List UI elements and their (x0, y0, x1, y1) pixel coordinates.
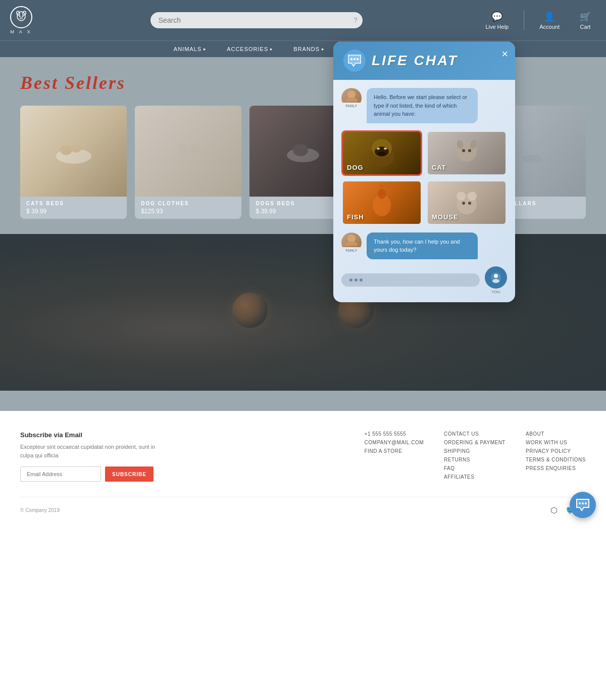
svg-point-0 (17, 12, 25, 21)
svg-point-46 (579, 502, 581, 504)
chat-title: Life Chat (372, 53, 458, 69)
cart-label: Cart (580, 24, 591, 30)
emily-avatar: EMILY (341, 88, 362, 108)
header-divider (524, 10, 524, 30)
nav-accesories[interactable]: Accesories ▸ (217, 41, 283, 57)
nav-animals-label: Animals (174, 46, 201, 52)
product-card[interactable]: Dog Clothes $125.93 (135, 106, 241, 219)
product-info: Dog Clothes $125.93 (135, 197, 241, 219)
header: M A X ? 💬 Live Help 👤 Account 🛒 Cart (0, 0, 606, 40)
svg-point-10 (189, 144, 199, 154)
typing-indicator (349, 278, 363, 282)
nav-brands[interactable]: Brands ▸ (283, 41, 335, 57)
product-info: Cats Beds $ 39.99 (20, 197, 127, 219)
chat-close-button[interactable]: × (501, 49, 508, 60)
svg-point-41 (347, 235, 356, 243)
svg-point-7 (60, 145, 72, 155)
footer-links: +1 555 555 5555 COMPANY@MAIL.COM FIND A … (365, 431, 586, 480)
svg-point-48 (585, 502, 587, 504)
subscribe-button[interactable]: Subscribe (105, 466, 154, 482)
footer-link-privacy[interactable]: PRIVACY POLICY (526, 448, 586, 454)
main-nav: Animals ▸ Accesories ▸ Brands ▸ Sales ▸ … (0, 40, 606, 57)
chat-message-emily-2: EMILY Thank you, how can I help you and … (341, 232, 507, 259)
nav-animals[interactable]: Animals ▸ (164, 41, 217, 57)
animal-name-dog: Dog (347, 164, 364, 171)
svg-point-32 (468, 149, 471, 152)
search-input[interactable] (150, 12, 363, 28)
dot-2 (355, 278, 358, 282)
footer-link-contact[interactable]: CONTACT US (444, 431, 506, 437)
send-button[interactable] (485, 266, 507, 289)
footer-link-faq[interactable]: FAQ (444, 465, 506, 471)
dot-1 (349, 278, 352, 282)
svg-point-25 (377, 148, 380, 150)
svg-point-21 (345, 98, 358, 102)
svg-point-26 (384, 148, 387, 150)
product-name: Dog Clothes (141, 201, 235, 206)
cart-button[interactable]: 🛒 Cart (575, 11, 596, 30)
live-help-label: Live Help (485, 24, 509, 30)
footer-link-affiliates[interactable]: AFFILIATES (444, 474, 506, 480)
animal-name-cat: Cat (432, 164, 446, 171)
copyright: © Company 2019 (20, 507, 60, 513)
chat-header: Life Chat × (333, 41, 515, 80)
account-button[interactable]: 👤 Account (534, 11, 565, 30)
svg-marker-35 (378, 185, 385, 189)
cart-icon: 🛒 (580, 11, 591, 22)
product-image (20, 106, 127, 197)
footer-links-col1: CONTACT US ORDERING & PAYMENT SHIPPING R… (444, 431, 506, 480)
avatar-image-2 (341, 232, 362, 247)
emily-message-1: Hello. Before we start please select or … (367, 88, 478, 123)
svg-point-4 (22, 16, 24, 17)
footer-store[interactable]: FIND A STORE (365, 448, 424, 454)
send-area: YOU (485, 266, 507, 294)
footer-bottom: © Company 2019 ⬡ 🐦 f (20, 497, 586, 515)
svg-point-15 (525, 142, 539, 156)
floating-chat-button[interactable] (570, 492, 596, 518)
chat-message-emily-1: EMILY Hello. Before we start please sele… (341, 88, 507, 123)
svg-point-27 (378, 152, 386, 156)
animal-name-fish: Fish (347, 213, 364, 221)
emily-message-2: Thank you, how can I help you and yours … (367, 232, 478, 259)
emily-name-2: EMILY (345, 248, 357, 253)
animal-option-fish[interactable]: Fish (341, 180, 422, 225)
svg-point-3 (19, 16, 21, 17)
animal-option-mouse[interactable]: Mouse (426, 180, 507, 225)
subscribe-form: Subscribe (20, 466, 162, 482)
main-content: Best Sellers Cats Beds $ 39.99 (0, 57, 606, 411)
footer-email: COMPANY@MAIL.COM (365, 440, 424, 445)
logo[interactable]: M A X (10, 6, 32, 34)
svg-point-12 (293, 144, 308, 156)
footer-link-about[interactable]: ABOUT (526, 431, 586, 437)
emily-name: EMILY (345, 104, 357, 108)
search-area: ? (150, 12, 363, 28)
footer-link-ordering[interactable]: ORDERING & PAYMENT (444, 440, 506, 445)
help-circle-icon: ? (354, 16, 358, 24)
logo-text: M A X (10, 29, 32, 34)
best-sellers-section: Best Sellers Cats Beds $ 39.99 (0, 57, 606, 234)
footer-link-work[interactable]: WORK WITH US (526, 440, 586, 445)
nav-accesories-label: Accesories (227, 46, 268, 52)
email-input[interactable] (20, 466, 101, 482)
chat-bubble-icon (343, 50, 366, 72)
svg-point-47 (582, 502, 584, 504)
svg-point-9 (177, 144, 187, 154)
animal-grid: Dog Cat (341, 130, 507, 225)
svg-point-34 (378, 189, 386, 199)
product-card[interactable]: Cats Beds $ 39.99 (20, 106, 127, 219)
animal-option-dog[interactable]: Dog (341, 130, 422, 176)
footer-link-shipping[interactable]: SHIPPING (444, 448, 506, 454)
svg-point-40 (468, 202, 471, 205)
instagram-icon[interactable]: ⬡ (550, 505, 558, 515)
chevron-down-icon: ▸ (204, 46, 207, 52)
svg-point-19 (357, 58, 359, 60)
svg-point-5 (20, 18, 23, 19)
footer-link-returns[interactable]: RETURNS (444, 457, 506, 462)
footer-link-press[interactable]: PRESS ENQUIRIES (526, 465, 586, 471)
animal-option-cat[interactable]: Cat (426, 130, 507, 176)
svg-point-37 (457, 192, 466, 201)
live-help-button[interactable]: 💬 Live Help (480, 11, 514, 30)
nav-brands-label: Brands (293, 46, 320, 52)
footer-link-terms[interactable]: TERMS & CONDITIONS (526, 457, 586, 462)
chevron-down-icon: ▸ (270, 46, 273, 52)
